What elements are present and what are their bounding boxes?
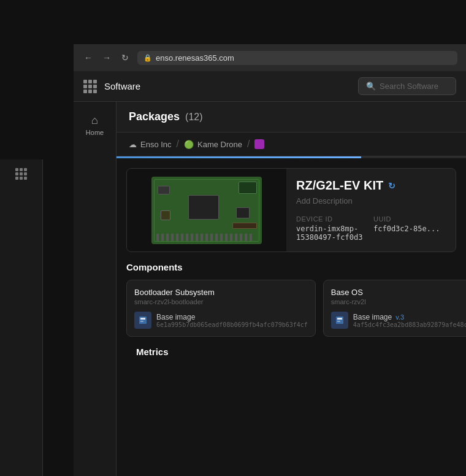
- component-baseos-label: Base image: [353, 313, 392, 321]
- kame-icon: 🟢: [184, 140, 194, 149]
- pcb-chip-3: [239, 182, 257, 194]
- breadcrumb-bar: ☁ Enso Inc / 🟢 Kame Drone /: [116, 132, 466, 156]
- pcb-chip-main: [188, 195, 219, 220]
- breadcrumb-sep-1: /: [177, 139, 179, 150]
- back-button[interactable]: ←: [82, 52, 94, 64]
- metrics-title: Metrics: [136, 347, 446, 357]
- home-icon: ⌂: [89, 114, 101, 126]
- cloud-icon: ☁: [129, 140, 137, 149]
- main-content: Packages (12) ☁ Enso Inc / 🟢 Kame Drone: [116, 102, 466, 476]
- search-icon: 🔍: [366, 82, 376, 91]
- uuid-value: fcf0d3c2-85e...: [373, 225, 446, 233]
- device-name-text: RZ/G2L-EV KIT: [296, 178, 383, 193]
- breadcrumb-enso[interactable]: ☁ Enso Inc: [129, 140, 172, 149]
- component-card-bootloader[interactable]: Bootloader Subsystem smarc-rzv2l-bootloa…: [126, 280, 316, 337]
- content-area: ⌂ Home Packages (12) ☁ Enso Inc: [74, 102, 466, 476]
- secondary-panel: ☁ Enso Inc / 🟢 Kame Drone /: [116, 132, 466, 476]
- left-sidebar-overlay: [0, 159, 43, 476]
- svg-rect-1: [140, 318, 145, 320]
- component-bootloader-name: Bootloader Subsystem: [134, 288, 308, 297]
- component-baseos-item-info: Base image v.3 4af5dc4fc3ea2bd883ab92879…: [353, 313, 466, 328]
- pcb-chip-small1: [158, 186, 170, 194]
- refresh-button[interactable]: ↻: [119, 52, 131, 64]
- device-info: RZ/G2L-EV KIT ↻ Add Description DEVICE I…: [286, 169, 456, 251]
- app-container: Software 🔍 Search Software ⌂ Home Packag…: [74, 71, 466, 476]
- sidebar-home-label: Home: [86, 129, 104, 136]
- component-bootloader-item: Base image 6e1a995b7db065eadf08b0699fb4a…: [134, 312, 308, 329]
- search-placeholder: Search Software: [380, 82, 438, 91]
- component-baseos-icon: [331, 312, 348, 329]
- url-text: enso.renesas365.com: [156, 53, 234, 63]
- device-refresh-icon[interactable]: ↻: [388, 181, 395, 191]
- device-name-row: RZ/G2L-EV KIT ↻: [296, 178, 446, 193]
- component-baseos-sub: smarc-rzv2l: [331, 298, 466, 305]
- svg-rect-0: [139, 317, 147, 324]
- device-id-value: verdin-imx8mp-15380497-fcf0d3: [296, 225, 369, 242]
- svg-rect-3: [336, 317, 343, 324]
- component-bootloader-sub: smarc-rzv2l-bootloader: [134, 298, 308, 305]
- forward-button[interactable]: →: [101, 52, 113, 64]
- component-baseos-name: Base OS: [331, 288, 466, 297]
- device-description[interactable]: Add Description: [296, 196, 446, 205]
- top-nav: Software 🔍 Search Software: [74, 71, 466, 102]
- component-bootloader-item-info: Base image 6e1a995b7db065eadf08b0699fb4a…: [156, 313, 308, 328]
- component-bootloader-icon: [134, 312, 151, 329]
- component-bootloader-label: Base image: [156, 313, 308, 321]
- component-baseos-version: v.3: [395, 313, 404, 321]
- device-meta: DEVICE ID verdin-imx8mp-15380497-fcf0d3 …: [296, 215, 446, 242]
- apps-icon[interactable]: [83, 80, 97, 93]
- pcb-chip-4: [236, 207, 250, 218]
- breadcrumb-sep-2: /: [247, 139, 250, 150]
- browser-chrome: ← → ↻ 🔒 enso.renesas365.com: [74, 44, 466, 71]
- uuid-block: UUID fcf0d3c2-85e...: [373, 215, 446, 242]
- pcb-chip-small2: [161, 210, 170, 220]
- pcb-chip-5: [232, 223, 257, 229]
- circuit-board: [151, 177, 262, 244]
- components-section-title: Components: [126, 262, 456, 272]
- lock-icon: 🔒: [143, 54, 152, 62]
- component-baseos-hash: 4af5dc4fc3ea2bd883ab92879afe48cb94353...: [353, 321, 466, 328]
- svg-rect-2: [140, 321, 143, 322]
- more-icon: [254, 139, 264, 149]
- address-bar[interactable]: 🔒 enso.renesas365.com: [137, 51, 457, 65]
- component-bootloader-hash: 6e1a995b7db065eadf08b0699fb4afc079b63f4c…: [156, 321, 308, 328]
- left-apps-icon[interactable]: [15, 168, 27, 180]
- progress-bar-container: [116, 156, 466, 158]
- component-baseos-item: Base image v.3 4af5dc4fc3ea2bd883ab92879…: [331, 312, 466, 329]
- breadcrumb-more[interactable]: [254, 139, 264, 149]
- device-card: RZ/G2L-EV KIT ↻ Add Description DEVICE I…: [126, 168, 456, 252]
- svg-rect-4: [337, 318, 342, 320]
- device-image-area: [127, 169, 286, 251]
- metrics-section: Metrics: [126, 347, 456, 364]
- pcb-connector: [156, 234, 254, 241]
- packages-title: Packages (12): [129, 110, 203, 123]
- sidebar-item-home[interactable]: ⌂ Home: [78, 109, 112, 141]
- sidebar: ⌂ Home: [74, 102, 116, 476]
- svg-rect-5: [337, 321, 340, 322]
- packages-header: Packages (12): [116, 102, 466, 132]
- device-id-label: DEVICE ID: [296, 215, 369, 223]
- component-card-baseos[interactable]: Base OS smarc-rzv2l: [323, 280, 466, 337]
- components-grid: Bootloader Subsystem smarc-rzv2l-bootloa…: [126, 280, 456, 337]
- uuid-label: UUID: [373, 215, 446, 223]
- progress-bar-fill: [116, 156, 361, 158]
- device-id-block: DEVICE ID verdin-imx8mp-15380497-fcf0d3: [296, 215, 369, 242]
- app-title: Software: [104, 81, 351, 91]
- breadcrumb-kame[interactable]: 🟢 Kame Drone: [184, 140, 242, 149]
- search-bar[interactable]: 🔍 Search Software: [358, 77, 456, 95]
